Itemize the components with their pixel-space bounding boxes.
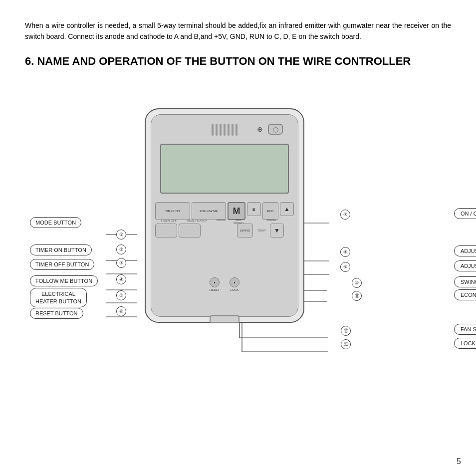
economy-button-label: ECONOMY BUTTON [454, 289, 476, 300]
eco-button[interactable]: ECO [262, 202, 278, 220]
num-6: ⑥ [116, 306, 126, 316]
power-button[interactable]: ◯ [268, 124, 283, 135]
vents [212, 124, 238, 136]
down-arrow-icon: ▼ [274, 227, 280, 234]
elec-heater-line2: HEATER BUTTON [35, 298, 81, 304]
m-button[interactable]: M [228, 202, 245, 220]
diagram-container: ⊕ ◯ TIMER ON FOLLOW ME M [25, 83, 454, 373]
controller-device: ⊕ ◯ TIMER ON FOLLOW ME M [145, 108, 304, 323]
timer-off-button-label: TIMER OFF BUTTON [30, 259, 94, 270]
lock-button-label: LOCK BUTTON [454, 338, 476, 349]
lock-button[interactable]: ● [230, 277, 239, 287]
elec-heater-line1: ELECTRICAL [41, 291, 75, 297]
reset-dot-icon: ● [214, 281, 215, 284]
follow-me-label: FOLLOW ME [200, 210, 218, 213]
reset-button-label: RESET BUTTON [30, 308, 83, 319]
reset-button[interactable]: ● [210, 277, 220, 287]
up-arrow-icon: ▲ [284, 206, 290, 213]
lock-label: LOCK [231, 288, 238, 291]
num-9: ⑨ [340, 262, 350, 272]
adjust-down-button-label: ADJUST BUTTON ▼ [454, 260, 476, 271]
num-7: ⑦ [340, 210, 350, 220]
crosshair-icon: ⊕ [257, 125, 263, 133]
vent-4 [224, 124, 226, 136]
display-screen [160, 144, 289, 194]
num-12: ⑫ [341, 326, 351, 336]
vent-6 [232, 124, 234, 136]
vent-3 [220, 124, 222, 136]
power-icon: ◯ [273, 127, 278, 132]
num-4: ④ [116, 274, 126, 284]
num-13: ⑬ [341, 339, 351, 349]
m-label: M [233, 206, 240, 217]
controller-inner: ⊕ ◯ TIMER ON FOLLOW ME M [151, 114, 298, 317]
menu-button[interactable]: ≡ [247, 202, 261, 216]
page-number: 5 [457, 457, 461, 466]
vent-7 [236, 124, 238, 136]
intro-paragraph: When a wire controller is needed, a smal… [25, 20, 451, 42]
timer-on-label: TIMER ON [165, 210, 180, 213]
fan-speed-button-label: FAN SPEED BUTTON [454, 324, 476, 335]
on-off-button-label: ON / OFF BUTTON [454, 208, 476, 219]
reset-label: RESET [210, 288, 220, 291]
section-heading: 6. NAME AND OPERATION OF THE BUTTON ON T… [25, 54, 451, 69]
swing-label: SWING [240, 229, 250, 233]
swing-button[interactable]: SWING [237, 224, 253, 238]
vent-1 [212, 124, 214, 136]
temp-down-button[interactable]: ▼ [270, 224, 284, 238]
auxl-heater-btn[interactable] [179, 224, 201, 238]
lock-dot-icon: ● [234, 281, 235, 284]
temp-label: TEMP [254, 229, 268, 232]
elec-heater-button-label: ELECTRICAL HEATER BUTTON [30, 288, 87, 307]
controller-handle [210, 315, 239, 323]
vent-2 [216, 124, 218, 136]
num-1: ① [116, 230, 126, 239]
timer-on-button-label: TIMER ON BUTTON [30, 244, 92, 255]
menu-icon: ≡ [252, 207, 255, 212]
num-8: ⑧ [340, 247, 350, 257]
num-2: ② [116, 244, 126, 254]
follow-me-btn[interactable]: FOLLOW ME [192, 202, 227, 220]
follow-me-button-label: FOLLOW ME BUTTON [30, 275, 98, 286]
temp-up-button[interactable]: ▲ [280, 202, 294, 216]
timer-off-btn[interactable] [155, 224, 177, 238]
power-area: ⊕ ◯ [257, 124, 283, 135]
adjust-up-button-label: ADJUST BUTTON ▲ [454, 245, 476, 256]
num-10: ⑩ [352, 278, 362, 288]
num-5: ⑤ [116, 290, 126, 300]
eco-label: ECO [267, 210, 273, 213]
swing-button-label: SWING BUTTON [454, 276, 476, 287]
timer-on-btn[interactable]: TIMER ON [155, 202, 190, 220]
num-11: ⑪ [352, 291, 362, 301]
num-3: ③ [116, 258, 126, 268]
vent-5 [228, 124, 230, 136]
mode-button-label: MODE BUTTON [30, 217, 81, 228]
